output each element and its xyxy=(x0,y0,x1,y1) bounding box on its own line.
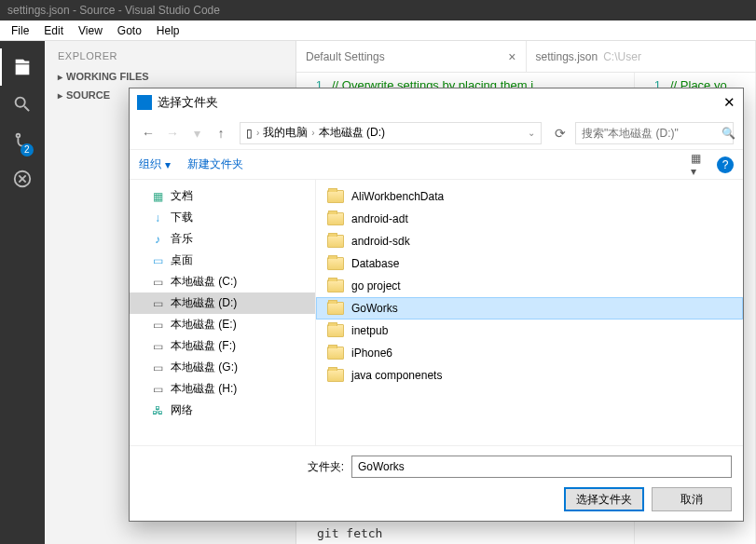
explorer-icon[interactable] xyxy=(0,48,45,86)
recent-icon[interactable]: ▾ xyxy=(187,124,206,143)
net-icon: 🖧 xyxy=(150,404,165,417)
filename-label: 文件夹: xyxy=(299,459,344,475)
folder-icon xyxy=(327,324,344,337)
folder-item[interactable]: GoWorks xyxy=(316,297,743,320)
tab-path: C:\User xyxy=(603,50,641,63)
new-folder-button[interactable]: 新建文件夹 xyxy=(187,156,243,172)
dialog-body: ▦文档↓下载♪音乐▭桌面▭本地磁盘 (C:)▭本地磁盘 (D:)▭本地磁盘 (E… xyxy=(130,180,743,445)
activitybar: 2 xyxy=(0,41,45,544)
cancel-button[interactable]: 取消 xyxy=(652,487,732,511)
folder-item[interactable]: Database xyxy=(316,252,743,275)
tree-item[interactable]: ♪音乐 xyxy=(130,228,315,250)
drive-icon: ▭ xyxy=(150,276,165,289)
tree-item-label: 网络 xyxy=(171,402,193,418)
chevron-right-icon: › xyxy=(311,128,314,138)
tree-item-label: 本地磁盘 (E:) xyxy=(171,317,237,333)
dialog-title: 选择文件夹 xyxy=(158,94,218,111)
breadcrumb[interactable]: ▯ › 我的电脑 › 本地磁盘 (D:) ⌄ xyxy=(240,122,542,144)
tree-item-label: 本地磁盘 (F:) xyxy=(171,338,236,354)
up-icon[interactable]: ↑ xyxy=(212,124,230,143)
window-title: settings.json - Source - Visual Studio C… xyxy=(7,4,220,17)
scm-icon[interactable]: 2 xyxy=(0,123,45,160)
window-titlebar: settings.json - Source - Visual Studio C… xyxy=(0,0,756,20)
nav-tree: ▦文档↓下载♪音乐▭桌面▭本地磁盘 (C:)▭本地磁盘 (D:)▭本地磁盘 (E… xyxy=(130,180,316,445)
folder-item[interactable]: android-sdk xyxy=(316,230,743,252)
tree-item[interactable]: ▭本地磁盘 (D:) xyxy=(130,292,315,314)
crumb-computer[interactable]: 我的电脑 xyxy=(263,125,308,141)
folder-label: Database xyxy=(351,257,399,270)
menu-view[interactable]: View xyxy=(71,22,110,39)
folder-item[interactable]: go project xyxy=(316,275,743,297)
select-folder-button[interactable]: 选择文件夹 xyxy=(564,487,644,511)
app-icon xyxy=(137,95,152,110)
tree-item[interactable]: ▭本地磁盘 (H:) xyxy=(130,378,315,400)
folder-icon xyxy=(327,279,344,292)
tree-item-label: 本地磁盘 (C:) xyxy=(171,274,237,290)
folder-item[interactable]: java componenets xyxy=(316,364,743,387)
chevron-down-icon[interactable]: ⌄ xyxy=(528,128,535,138)
sidebar-working-files[interactable]: WORKING FILES xyxy=(45,67,296,86)
dialog-nav: ← → ▾ ↑ ▯ › 我的电脑 › 本地磁盘 (D:) ⌄ ⟳ 🔍 xyxy=(130,116,743,150)
tree-item[interactable]: ↓下载 xyxy=(130,207,315,228)
folder-icon xyxy=(327,347,344,360)
forward-icon[interactable]: → xyxy=(163,124,182,143)
button-row: 选择文件夹 取消 xyxy=(141,487,732,511)
file-list: AliWorkbenchDataandroid-adtandroid-sdkDa… xyxy=(316,180,743,445)
scm-badge: 2 xyxy=(21,143,34,156)
view-mode-icon[interactable]: ▦ ▾ xyxy=(691,156,709,174)
folder-item[interactable]: iPhone6 xyxy=(316,342,743,364)
tab-default-settings[interactable]: Default Settings × xyxy=(296,41,527,72)
filename-input[interactable] xyxy=(351,456,732,478)
tab-settings-json[interactable]: settings.json C:\User xyxy=(527,41,757,72)
tree-item[interactable]: ▭本地磁盘 (E:) xyxy=(130,314,315,335)
close-icon[interactable]: × xyxy=(508,49,515,64)
close-icon[interactable]: ✕ xyxy=(723,94,735,111)
folder-icon xyxy=(327,212,344,225)
menu-file[interactable]: File xyxy=(4,22,36,39)
folder-icon xyxy=(327,235,344,248)
menu-help[interactable]: Help xyxy=(149,22,187,39)
desk-icon: ▭ xyxy=(150,254,165,267)
folder-icon xyxy=(327,190,344,203)
folder-item[interactable]: inetpub xyxy=(316,320,743,342)
search-input[interactable] xyxy=(582,127,722,140)
search-field[interactable]: 🔍 xyxy=(575,122,734,144)
refresh-icon[interactable]: ⟳ xyxy=(551,124,570,143)
tab-label: settings.json xyxy=(536,50,598,63)
crumb-drive[interactable]: 本地磁盘 (D:) xyxy=(319,125,385,141)
tree-item-label: 本地磁盘 (H:) xyxy=(171,381,237,397)
folder-item[interactable]: android-adt xyxy=(316,208,743,230)
back-icon[interactable]: ← xyxy=(139,124,158,143)
tree-item[interactable]: ▭本地磁盘 (F:) xyxy=(130,335,315,357)
folder-label: go project xyxy=(351,279,401,292)
tree-item-label: 本地磁盘 (D:) xyxy=(171,295,237,311)
help-icon[interactable]: ? xyxy=(717,156,734,173)
menubar: File Edit View Goto Help xyxy=(0,20,756,41)
debug-icon[interactable] xyxy=(0,160,45,197)
folder-label: android-sdk xyxy=(351,235,410,248)
folder-item[interactable]: AliWorkbenchData xyxy=(316,185,743,208)
tree-item[interactable]: ▭本地磁盘 (C:) xyxy=(130,271,315,292)
tabs-row: Default Settings × settings.json C:\User xyxy=(296,41,756,73)
drive-icon: ▭ xyxy=(150,383,165,396)
tree-item[interactable]: ▭桌面 xyxy=(130,250,315,271)
organize-button[interactable]: 组织 ▾ xyxy=(139,156,171,172)
tree-item[interactable]: ▭本地磁盘 (G:) xyxy=(130,357,315,378)
folder-icon xyxy=(327,369,344,382)
search-icon[interactable] xyxy=(0,86,45,123)
filename-row: 文件夹: xyxy=(141,456,732,478)
sidebar-title: EXPLORER xyxy=(45,41,296,67)
folder-label: iPhone6 xyxy=(351,347,392,360)
doc-icon: ▦ xyxy=(150,190,165,203)
music-icon: ♪ xyxy=(150,233,165,246)
menu-goto[interactable]: Goto xyxy=(110,22,149,39)
folder-picker-dialog: 选择文件夹 ✕ ← → ▾ ↑ ▯ › 我的电脑 › 本地磁盘 (D:) ⌄ ⟳… xyxy=(129,88,744,522)
terminal-text: git fetch xyxy=(317,526,382,540)
tree-item[interactable]: 🖧网络 xyxy=(130,400,315,421)
folder-label: GoWorks xyxy=(351,302,398,315)
menu-edit[interactable]: Edit xyxy=(36,22,71,39)
tree-item[interactable]: ▦文档 xyxy=(130,185,315,207)
drive-icon: ▭ xyxy=(150,361,165,374)
dialog-toolbar: 组织 ▾ 新建文件夹 ▦ ▾ ? xyxy=(130,150,743,180)
search-icon[interactable]: 🔍 xyxy=(722,127,735,140)
